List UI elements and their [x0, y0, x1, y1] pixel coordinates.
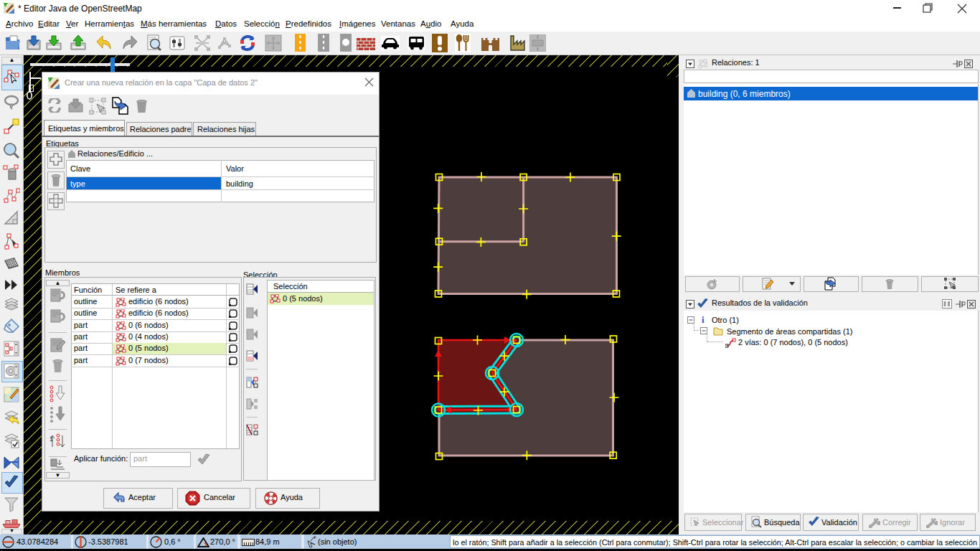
- svg-text:1: 1: [50, 435, 53, 443]
